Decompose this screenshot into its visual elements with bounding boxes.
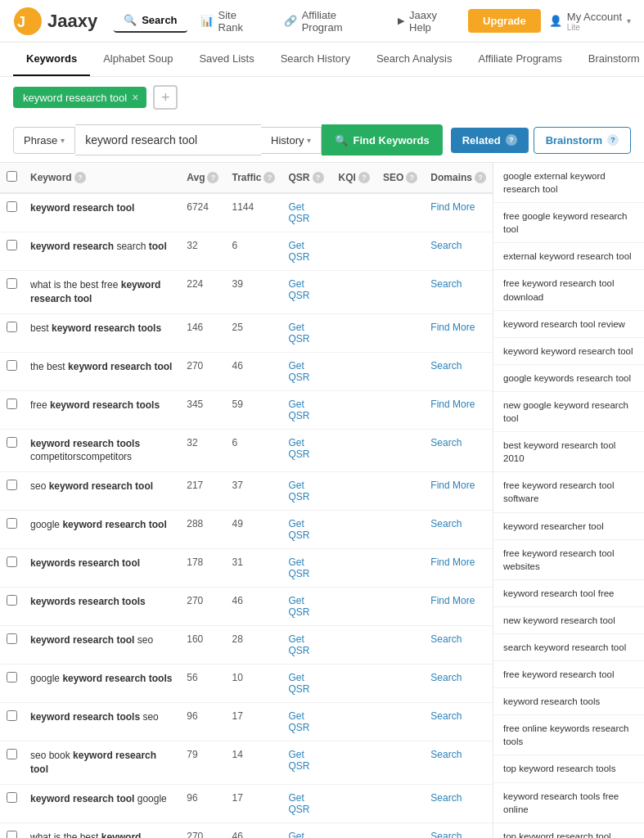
related-item[interactable]: new google keyword research tool (493, 392, 644, 432)
domains-cell[interactable]: Search (424, 703, 493, 741)
get-qsr-link[interactable]: Get QSR (288, 322, 309, 345)
row-checkbox[interactable] (7, 633, 17, 644)
get-qsr-link[interactable]: Get QSR (288, 710, 309, 733)
upgrade-button[interactable]: Upgrade (468, 9, 541, 33)
get-qsr-link[interactable]: Get QSR (288, 633, 309, 656)
search-link[interactable]: Search (430, 360, 462, 372)
domains-cell[interactable]: Search (424, 271, 493, 314)
qsr-cell[interactable]: Get QSR (281, 193, 331, 232)
find-more-link[interactable]: Find More (430, 399, 475, 410)
row-checkbox[interactable] (7, 595, 17, 606)
get-qsr-link[interactable]: Get QSR (288, 201, 309, 224)
related-item[interactable]: free keyword research tool software (493, 472, 644, 512)
qsr-cell[interactable]: Get QSR (281, 822, 331, 838)
row-checkbox[interactable] (7, 322, 17, 332)
domains-cell[interactable]: Search (424, 784, 493, 822)
search-link[interactable]: Search (430, 792, 462, 804)
get-qsr-link[interactable]: Get QSR (288, 831, 309, 838)
account-button[interactable]: 👤 My Account Lite ▾ (549, 11, 631, 32)
search-link[interactable]: Search (430, 437, 462, 448)
search-link[interactable]: Search (430, 831, 462, 838)
related-item[interactable]: top keyword research tool (493, 823, 644, 838)
row-checkbox[interactable] (7, 201, 17, 212)
select-all-checkbox[interactable] (7, 171, 17, 182)
tab-search-history[interactable]: Search History (268, 43, 363, 76)
phrase-dropdown[interactable]: Phrase ▾ (13, 127, 75, 154)
related-item[interactable]: new keyword research tool (493, 607, 644, 634)
related-button[interactable]: Related ? (451, 128, 529, 153)
domains-cell[interactable]: Find More (424, 588, 493, 626)
history-dropdown[interactable]: History ▾ (261, 127, 322, 154)
qsr-cell[interactable]: Get QSR (281, 352, 331, 390)
search-link[interactable]: Search (430, 710, 462, 722)
qsr-cell[interactable]: Get QSR (281, 588, 331, 626)
tag-close-button[interactable]: × (132, 91, 138, 104)
search-link[interactable]: Search (430, 240, 462, 251)
related-item[interactable]: google keywords research tool (493, 365, 644, 392)
qsr-help-icon[interactable]: ? (313, 172, 324, 183)
domains-cell[interactable]: Find More (424, 472, 493, 511)
find-keywords-button[interactable]: 🔍 Find Keywords (322, 124, 442, 155)
nav-help[interactable]: ▶ Jaaxy Help (388, 4, 468, 38)
avg-help-icon[interactable]: ? (207, 172, 218, 183)
row-checkbox[interactable] (7, 240, 17, 250)
find-more-link[interactable]: Find More (430, 556, 475, 568)
nav-siterank[interactable]: 📊 Site Rank (191, 4, 271, 38)
nav-affiliate[interactable]: 🔗 Affiliate Program (274, 4, 385, 38)
find-more-link[interactable]: Find More (430, 480, 475, 491)
qsr-cell[interactable]: Get QSR (281, 703, 331, 741)
related-item[interactable]: google external keyword research tool (493, 163, 644, 203)
related-item[interactable]: best keyword research tool 2010 (493, 432, 644, 472)
qsr-cell[interactable]: Get QSR (281, 390, 331, 429)
row-checkbox[interactable] (7, 792, 17, 803)
search-link[interactable]: Search (430, 633, 462, 645)
row-checkbox[interactable] (7, 556, 17, 567)
get-qsr-link[interactable]: Get QSR (288, 595, 309, 618)
find-more-link[interactable]: Find More (430, 322, 475, 333)
tab-affiliate-programs[interactable]: Affiliate Programs (465, 43, 574, 76)
row-checkbox[interactable] (7, 749, 17, 759)
brainstorm-button[interactable]: Brainstorm ? (534, 127, 631, 154)
domains-cell[interactable]: Search (424, 511, 493, 549)
related-item[interactable]: free google keyword research tool (493, 203, 644, 243)
nav-search[interactable]: 🔍 Search (114, 9, 187, 33)
related-item[interactable]: free keyword research tool download (493, 270, 644, 310)
related-item[interactable]: keyword research tool free (493, 580, 644, 607)
domains-cell[interactable]: Find More (424, 549, 493, 588)
qsr-cell[interactable]: Get QSR (281, 549, 331, 588)
qsr-cell[interactable]: Get QSR (281, 271, 331, 314)
domains-cell[interactable]: Find More (424, 390, 493, 429)
search-link[interactable]: Search (430, 672, 462, 683)
search-link[interactable]: Search (430, 278, 462, 290)
related-item[interactable]: keyword researcher tool (493, 513, 644, 540)
qsr-cell[interactable]: Get QSR (281, 429, 331, 472)
get-qsr-link[interactable]: Get QSR (288, 360, 309, 383)
traffic-help-icon[interactable]: ? (263, 172, 275, 183)
get-qsr-link[interactable]: Get QSR (288, 240, 309, 263)
get-qsr-link[interactable]: Get QSR (288, 480, 309, 502)
row-checkbox[interactable] (7, 672, 17, 683)
domains-cell[interactable]: Find More (424, 313, 493, 352)
search-link[interactable]: Search (430, 749, 462, 760)
add-tag-button[interactable]: + (153, 85, 178, 110)
get-qsr-link[interactable]: Get QSR (288, 672, 309, 695)
keyword-help-icon[interactable]: ? (74, 172, 86, 183)
row-checkbox[interactable] (7, 399, 17, 409)
domains-cell[interactable]: Search (424, 741, 493, 785)
related-item[interactable]: top keyword research tools (493, 755, 644, 782)
domains-cell[interactable]: Search (424, 822, 493, 838)
domains-cell[interactable]: Search (424, 352, 493, 390)
row-checkbox[interactable] (7, 278, 17, 289)
domains-help-icon[interactable]: ? (475, 172, 486, 183)
row-checkbox[interactable] (7, 518, 17, 529)
related-item[interactable]: keyword research tools (493, 688, 644, 715)
tab-keywords[interactable]: Keywords (13, 43, 90, 76)
related-item[interactable]: free keyword research tool websites (493, 540, 644, 580)
related-item[interactable]: search keyword research tool (493, 634, 644, 661)
find-more-link[interactable]: Find More (430, 595, 475, 606)
related-item[interactable]: keyword keyword research tool (493, 338, 644, 365)
find-more-link[interactable]: Find More (430, 201, 475, 213)
get-qsr-link[interactable]: Get QSR (288, 749, 309, 772)
row-checkbox[interactable] (7, 360, 17, 371)
related-item[interactable]: keyword research tool review (493, 311, 644, 338)
